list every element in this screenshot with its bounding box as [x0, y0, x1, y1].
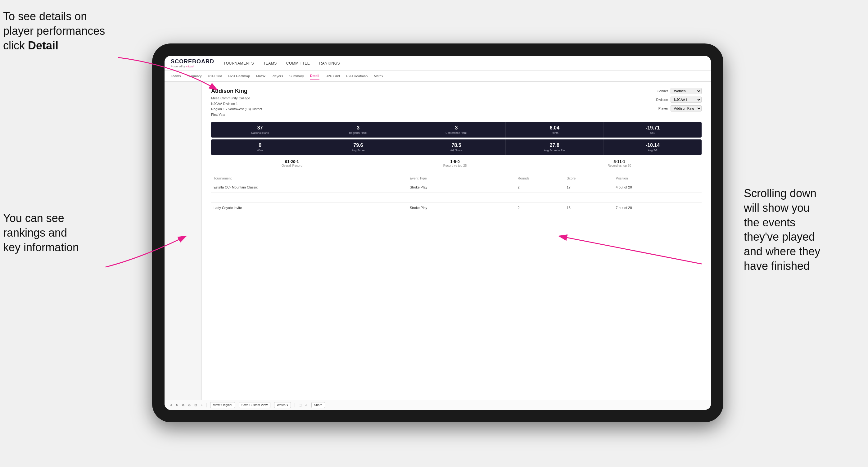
stat-points-label: Points — [508, 131, 601, 134]
cell-type-1 — [407, 192, 515, 203]
tournament-table: Tournament Event Type Rounds Score Posit… — [211, 175, 702, 213]
gender-select[interactable]: Women Men — [671, 88, 702, 94]
table-row: Estella CC- Mountain Classic Stroke Play… — [211, 182, 702, 192]
stat-regional-rank-value: 3 — [312, 125, 404, 131]
annotation-topleft: To see details onplayer performancesclic… — [3, 9, 127, 53]
stat-sos-value: -19.71 — [606, 125, 699, 131]
player-label: Player — [658, 106, 668, 110]
nav-tournaments[interactable]: TOURNAMENTS — [223, 61, 254, 65]
top-nav: SCOREBOARD Powered by clippd TOURNAMENTS… — [164, 56, 711, 71]
tablet-screen: SCOREBOARD Powered by clippd TOURNAMENTS… — [164, 56, 711, 410]
sub-nav: Teams Summary H2H Grid H2H Heatmap Matri… — [164, 71, 711, 82]
cell-position-1 — [614, 192, 702, 203]
stat-avg-score-to-par-label: Avg Score to Par — [508, 149, 601, 152]
division-control: Division NJCAA I NJCAA II — [656, 97, 702, 103]
table-row: Lady Coyote Invite Stroke Play 2 16 7 ou… — [211, 203, 702, 213]
record-top25-label: Record vs top 25 — [443, 164, 467, 167]
gender-control: Gender Women Men — [657, 88, 702, 94]
stat-regional-rank-label: Regional Rank — [312, 131, 404, 134]
stat-avg-sg: -10.14 Avg SG — [604, 139, 702, 155]
nav-teams[interactable]: TEAMS — [263, 61, 277, 65]
stat-avg-score-value: 79.6 — [312, 143, 404, 148]
annotation-detail-bold: Detail — [28, 39, 58, 52]
division-select[interactable]: NJCAA I NJCAA II — [671, 97, 702, 103]
stat-points-value: 6.04 — [508, 125, 601, 131]
col-header-position: Position — [614, 175, 702, 182]
player-header: Addison King Mesa Community College NJCA… — [211, 88, 702, 117]
cell-score-2: 16 — [564, 203, 614, 213]
tab-matrix2[interactable]: Matrix — [374, 73, 383, 79]
record-top25: 1-5-0 Record vs top 25 — [443, 159, 467, 167]
player-control: Player Addison King — [658, 105, 702, 112]
record-top50: 5-11-1 Record vs top 50 — [608, 159, 631, 167]
record-overall-value: 91-20-1 — [282, 159, 302, 164]
watch-button[interactable]: Watch ▾ — [274, 402, 291, 408]
annotation-bottomright: Scrolling downwill show youthe eventsthe… — [744, 186, 862, 274]
settings-button[interactable]: ○ — [200, 403, 203, 407]
tab-summary2[interactable]: Summary — [289, 73, 304, 79]
tab-matrix[interactable]: Matrix — [256, 73, 266, 79]
annotation-bottomleft-text: You can seerankings andkey information — [3, 212, 79, 254]
toolbar-sep-2 — [294, 403, 295, 407]
toolbar-sep-1 — [206, 403, 207, 407]
nav-committee[interactable]: COMMITTEE — [286, 61, 310, 65]
tab-h2h-grid2[interactable]: H2H Grid — [326, 73, 340, 79]
col-header-tournament: Tournament — [211, 175, 407, 182]
fit-button[interactable]: ⊡ — [194, 403, 197, 407]
cell-position-0: 4 out of 20 — [614, 182, 702, 192]
stat-conference-rank-label: Conference Rank — [410, 131, 503, 134]
left-sidebar — [164, 82, 202, 400]
expand-button[interactable]: ⤢ — [305, 403, 308, 407]
player-select[interactable]: Addison King — [671, 105, 702, 112]
present-button[interactable]: ⬚ — [299, 403, 302, 407]
stat-conference-rank-value: 3 — [410, 125, 503, 131]
main-content: Addison King Mesa Community College NJCA… — [164, 82, 711, 400]
zoom-in-button[interactable]: ⊕ — [182, 403, 184, 407]
redo-button[interactable]: ↻ — [176, 403, 178, 407]
stats-row-1: 37 National Rank 3 Regional Rank 3 Confe… — [211, 122, 702, 137]
stat-avg-score: 79.6 Avg Score — [309, 139, 407, 155]
player-controls: Gender Women Men Division NJCAA I NJCAA … — [656, 88, 702, 117]
stat-points: 6.04 Points — [506, 122, 604, 137]
player-region: Region 1 - Southwest (18) District — [211, 106, 262, 112]
gender-label: Gender — [657, 89, 668, 93]
detail-panel: Addison King Mesa Community College NJCA… — [202, 82, 711, 400]
tab-teams[interactable]: Teams — [171, 73, 181, 79]
stat-avg-score-to-par-value: 27.8 — [508, 143, 601, 148]
cell-score-1 — [564, 192, 614, 203]
cell-score-0: 17 — [564, 182, 614, 192]
save-custom-view-button[interactable]: Save Custom View — [239, 402, 270, 408]
cell-tournament-2: Lady Coyote Invite — [211, 203, 407, 213]
zoom-out-button[interactable]: ⊖ — [188, 403, 191, 407]
undo-button[interactable]: ↺ — [169, 403, 172, 407]
record-overall: 91-20-1 Overall Record — [282, 159, 302, 167]
stat-avg-score-to-par: 27.8 Avg Score to Par — [506, 139, 604, 155]
record-top25-value: 1-5-0 — [443, 159, 467, 164]
tab-h2h-grid[interactable]: H2H Grid — [208, 73, 222, 79]
tab-detail[interactable]: Detail — [310, 73, 319, 80]
stat-avg-sg-value: -10.14 — [606, 143, 699, 148]
logo-powered: Powered by clippd — [171, 65, 214, 68]
annotation-topleft-text: To see details onplayer performancesclic… — [3, 10, 105, 52]
cell-type-2: Stroke Play — [407, 203, 515, 213]
stat-regional-rank: 3 Regional Rank — [309, 122, 407, 137]
tab-summary[interactable]: Summary — [187, 73, 202, 79]
cell-rounds-2: 2 — [515, 203, 564, 213]
record-top50-label: Record vs top 50 — [608, 164, 631, 167]
record-overall-label: Overall Record — [282, 164, 302, 167]
tab-h2h-heatmap2[interactable]: H2H Heatmap — [346, 73, 368, 79]
cell-tournament-0: Estella CC- Mountain Classic — [211, 182, 407, 192]
table-row — [211, 192, 702, 203]
tab-h2h-heatmap[interactable]: H2H Heatmap — [228, 73, 250, 79]
stats-row-2: 0 Wins 79.6 Avg Score 78.5 Adj Score 27.… — [211, 139, 702, 155]
stat-sos: -19.71 SoS — [604, 122, 702, 137]
share-button[interactable]: Share — [311, 402, 326, 408]
nav-rankings[interactable]: RANKINGS — [319, 61, 340, 65]
record-top50-value: 5-11-1 — [608, 159, 631, 164]
stat-avg-score-label: Avg Score — [312, 149, 404, 152]
player-division: NJCAA Division 1 — [211, 101, 262, 107]
view-original-button[interactable]: View: Original — [210, 402, 235, 408]
tab-players[interactable]: Players — [272, 73, 283, 79]
division-label: Division — [656, 98, 668, 101]
col-header-type: Event Type — [407, 175, 515, 182]
